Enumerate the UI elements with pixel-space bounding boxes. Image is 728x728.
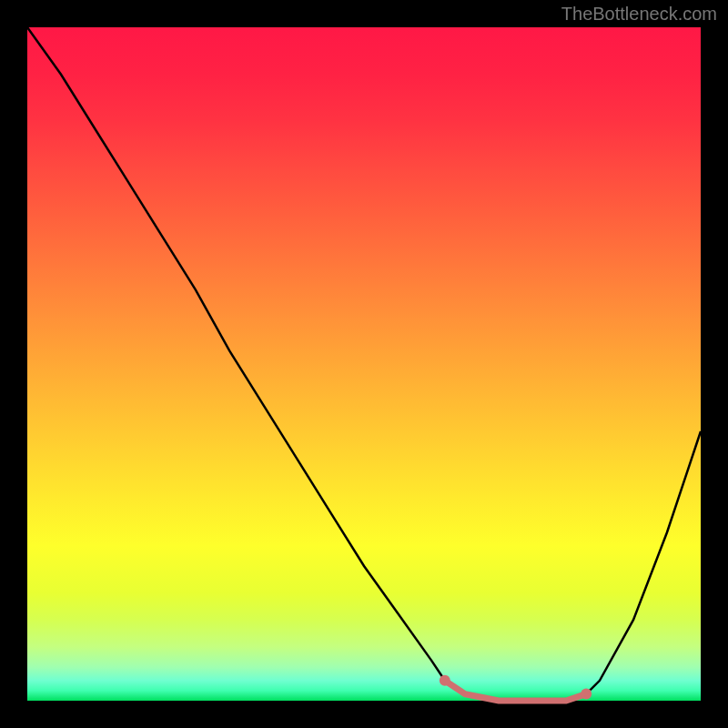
chart-container: TheBottleneck.com — [0, 0, 728, 728]
optimal-range-start-dot — [440, 675, 450, 686]
bottleneck-chart — [0, 0, 728, 728]
plot-background — [27, 27, 701, 701]
watermark-text: TheBottleneck.com — [561, 4, 717, 25]
optimal-range-end-dot — [581, 689, 592, 700]
